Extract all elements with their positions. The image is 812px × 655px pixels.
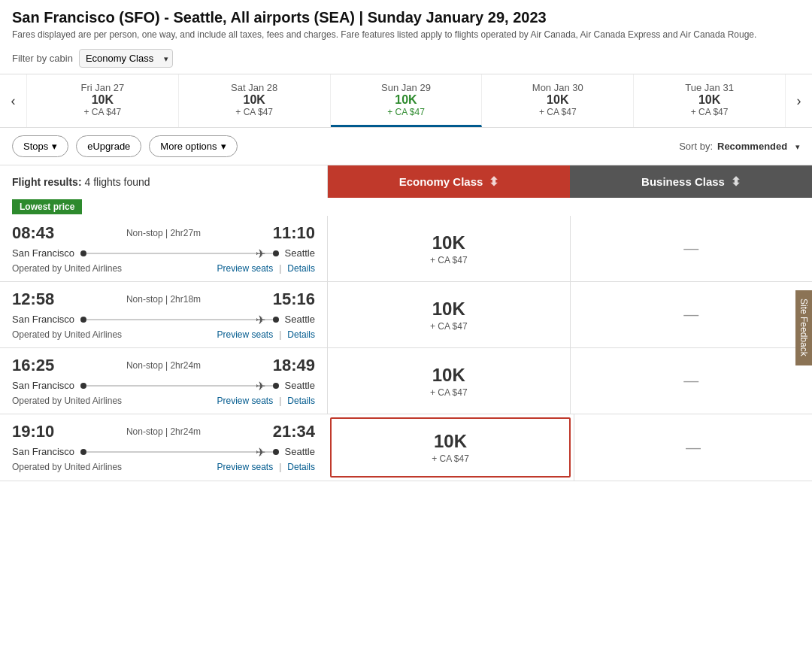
date-cash: + CA $47 (182, 107, 327, 117)
more-options-chevron-icon: ▾ (221, 141, 226, 152)
link-separator: | (279, 462, 281, 472)
date-cell[interactable]: Mon Jan 30 10K + CA $47 (482, 74, 634, 127)
business-price-cell[interactable]: — (570, 216, 813, 281)
plane-icon: ✈ (256, 313, 265, 327)
flight-destination: Seattle (285, 446, 315, 457)
flight-origin: San Francisco (12, 380, 74, 391)
date-navigation: ‹ Fri Jan 27 10K + CA $47 Sat Jan 28 10K… (0, 74, 812, 128)
economy-price-cell[interactable]: 10K + CA $47 (330, 417, 571, 478)
table-row: 19:10 Non-stop | 2hr24m 21:34 San Franci… (0, 414, 812, 481)
flight-operator: Operated by United Airlines (12, 329, 122, 340)
table-row: 08:43 Non-stop | 2hr27m 11:10 San Franci… (0, 216, 812, 282)
flight-links: Preview seats | Details (217, 329, 315, 340)
date-label: Mon Jan 30 (485, 82, 630, 93)
economy-price-cell[interactable]: 10K + CA $47 (327, 216, 570, 281)
flight-line: ✈ (80, 383, 278, 389)
stops-button[interactable]: Stops ▾ (12, 135, 68, 157)
flight-footer: Operated by United Airlines Preview seat… (12, 396, 315, 406)
results-info: Flight results: 4 flights found (0, 165, 327, 198)
site-feedback-tab[interactable]: Site Feedback (795, 290, 812, 365)
economy-cash-value: + CA $47 (430, 321, 468, 332)
business-price-cell[interactable]: — (570, 348, 813, 414)
preview-seats-link[interactable]: Preview seats (217, 396, 273, 406)
link-separator: | (279, 263, 281, 274)
date-cash: + CA $47 (485, 107, 630, 117)
flight-times: 12:58 Non-stop | 2hr18m 15:16 (12, 290, 315, 309)
business-price-dash: — (683, 372, 698, 390)
flight-links: Preview seats | Details (217, 263, 315, 274)
flight-footer: Operated by United Airlines Preview seat… (12, 462, 315, 472)
dest-dot (273, 250, 279, 256)
prev-date-arrow[interactable]: ‹ (0, 74, 27, 127)
date-cash: + CA $47 (637, 107, 782, 117)
details-link[interactable]: Details (287, 462, 315, 472)
route-bar: ✈ (86, 319, 272, 320)
flight-info: 12:58 Non-stop | 2hr18m 15:16 San Franci… (0, 282, 327, 347)
cabin-filter-wrap[interactable]: Economy Class Business Class (79, 49, 173, 68)
economy-price-cell[interactable]: 10K + CA $47 (327, 348, 570, 414)
cabin-filter-select[interactable]: Economy Class Business Class (79, 49, 173, 68)
flight-line: ✈ (80, 317, 278, 323)
route-bar: ✈ (86, 451, 272, 453)
economy-cash-value: + CA $47 (432, 453, 469, 464)
flight-info: 08:43 Non-stop | 2hr27m 11:10 San Franci… (0, 216, 327, 281)
date-cell[interactable]: Sun Jan 29 10K + CA $47 (331, 74, 483, 127)
flight-origin: San Francisco (12, 247, 74, 259)
preview-seats-link[interactable]: Preview seats (217, 462, 273, 472)
economy-price-cell[interactable]: 10K + CA $47 (327, 282, 570, 347)
flight-line: ✈ (80, 250, 278, 256)
business-price-cell[interactable]: — (574, 414, 812, 481)
route-bar: ✈ (86, 385, 272, 387)
business-label: Business Class (641, 175, 725, 188)
flight-operator: Operated by United Airlines (12, 263, 122, 274)
date-cells: Fri Jan 27 10K + CA $47 Sat Jan 28 10K +… (27, 74, 785, 127)
date-points: 10K (637, 93, 782, 107)
table-row: 12:58 Non-stop | 2hr18m 15:16 San Franci… (0, 282, 812, 348)
business-price-cell[interactable]: — (570, 282, 813, 347)
flight-route: San Francisco ✈ Seattle (12, 247, 315, 259)
table-row: 16:25 Non-stop | 2hr24m 18:49 San Franci… (0, 348, 812, 414)
date-points: 10K (334, 93, 479, 107)
link-separator: | (279, 329, 281, 340)
flight-links: Preview seats | Details (217, 462, 315, 472)
next-date-arrow[interactable]: › (785, 74, 812, 127)
flight-departure: 19:10 (12, 422, 54, 441)
flight-duration: Non-stop | 2hr24m (126, 426, 201, 437)
flight-departure: 12:58 (12, 290, 54, 309)
date-cell[interactable]: Tue Jan 31 10K + CA $47 (634, 74, 785, 127)
date-cash: + CA $47 (30, 107, 175, 117)
economy-cash-value: + CA $47 (430, 255, 468, 265)
flight-departure: 16:25 (12, 356, 54, 375)
flight-arrival: 21:34 (273, 422, 315, 441)
date-cell[interactable]: Fri Jan 27 10K + CA $47 (27, 74, 179, 127)
flight-duration: Non-stop | 2hr18m (126, 294, 201, 305)
flight-list: Lowest price 08:43 Non-stop | 2hr27m 11:… (0, 198, 812, 481)
stops-label: Stops (23, 141, 48, 152)
details-link[interactable]: Details (287, 263, 315, 274)
economy-label: Economy Class (399, 175, 483, 188)
sort-select[interactable]: Recommended Price Duration (717, 141, 800, 152)
business-price-dash: — (683, 240, 698, 257)
details-link[interactable]: Details (287, 396, 315, 406)
flight-route: San Francisco ✈ Seattle (12, 446, 315, 457)
sort-select-wrap[interactable]: Recommended Price Duration (717, 141, 800, 152)
economy-points-value: 10K (430, 232, 468, 253)
date-cell[interactable]: Sat Jan 28 10K + CA $47 (179, 74, 331, 127)
more-options-button[interactable]: More options ▾ (149, 135, 237, 157)
dest-dot (273, 383, 279, 389)
preview-seats-link[interactable]: Preview seats (217, 329, 273, 340)
flight-info: 19:10 Non-stop | 2hr24m 21:34 San Franci… (0, 414, 327, 481)
flight-arrival: 11:10 (273, 223, 315, 243)
page-header: San Francisco (SFO) - Seattle, All airpo… (0, 0, 812, 43)
preview-seats-link[interactable]: Preview seats (217, 263, 273, 274)
details-link[interactable]: Details (287, 329, 315, 340)
page-subtitle: Fares displayed are per person, one way,… (12, 29, 800, 40)
economy-sort-icon: ⬍ (489, 174, 498, 189)
origin-dot (80, 250, 86, 256)
flight-arrival: 15:16 (273, 290, 315, 309)
flight-times: 16:25 Non-stop | 2hr24m 18:49 (12, 356, 315, 375)
business-class-column-header[interactable]: Business Class ⬍ (570, 165, 812, 198)
date-label: Sun Jan 29 (334, 82, 479, 93)
eupgrade-button[interactable]: eUpgrade (76, 135, 141, 157)
economy-class-column-header[interactable]: Economy Class ⬍ (327, 165, 570, 198)
